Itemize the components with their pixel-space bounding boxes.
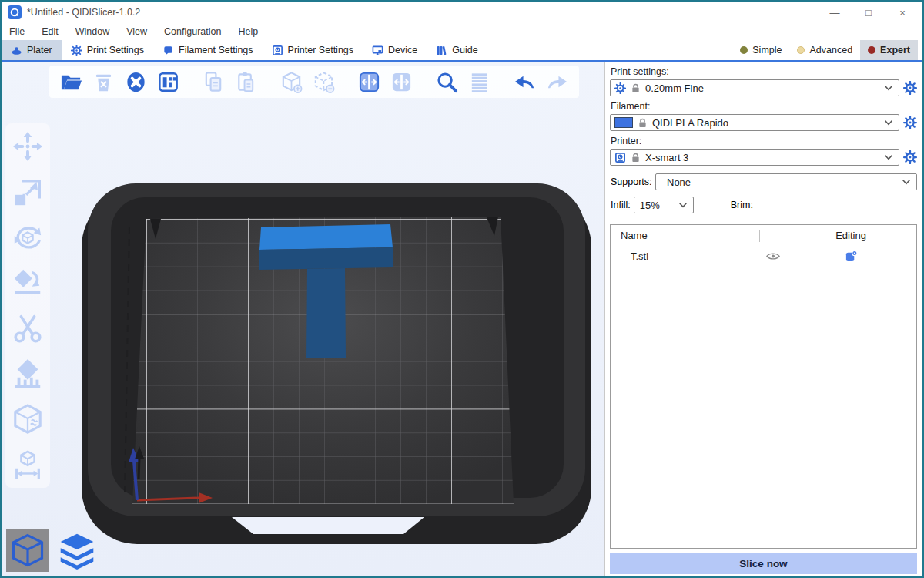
- lock-icon: [631, 83, 640, 93]
- printer-label: Printer:: [611, 136, 917, 146]
- tab-bar: Plater Print Settings Filament Settings …: [2, 40, 922, 60]
- printer-gear-button[interactable]: [903, 150, 917, 164]
- maximize-button[interactable]: □: [852, 2, 886, 22]
- eye-icon: [766, 252, 780, 260]
- split-to-parts-button[interactable]: [389, 69, 414, 95]
- title-bar: *Untitled - QIDISlicer-1.0.2 — □ ×: [2, 2, 922, 23]
- visibility-toggle[interactable]: [761, 252, 785, 260]
- variable-layer-height-button[interactable]: [467, 69, 492, 95]
- column-separator: [759, 230, 760, 242]
- copy-button[interactable]: [201, 69, 226, 95]
- add-instance-button[interactable]: [279, 69, 304, 95]
- mode-advanced[interactable]: Advanced: [789, 40, 860, 60]
- tab-label: Device: [388, 45, 417, 55]
- printer-select[interactable]: X-smart 3: [610, 149, 899, 166]
- tab-guide[interactable]: Guide: [427, 40, 487, 60]
- menu-window[interactable]: Window: [75, 26, 109, 37]
- print-settings-value: 0.20mm Fine: [645, 82, 704, 94]
- tab-label: Printer Settings: [288, 45, 353, 55]
- simple-mode-dot-icon: [740, 46, 748, 54]
- filament-settings-icon: [162, 45, 174, 56]
- plater-icon: [11, 45, 22, 56]
- layers-icon: [58, 531, 96, 570]
- app-window: *Untitled - QIDISlicer-1.0.2 — □ × File …: [0, 0, 924, 578]
- mode-label: Simple: [752, 45, 782, 55]
- lock-icon: [631, 153, 640, 163]
- mode-label: Advanced: [809, 45, 852, 55]
- rotate-tool-button[interactable]: [11, 220, 45, 254]
- layers-view-button[interactable]: [55, 529, 99, 572]
- device-icon: [372, 45, 383, 56]
- chevron-down-icon: [902, 179, 911, 185]
- tab-plater[interactable]: Plater: [2, 40, 62, 60]
- supports-select[interactable]: None: [655, 173, 917, 190]
- supports-label: Supports:: [611, 176, 655, 187]
- menu-edit[interactable]: Edit: [42, 26, 59, 37]
- menu-help[interactable]: Help: [238, 26, 258, 37]
- object-name: T.stl: [611, 250, 761, 262]
- tab-filament-settings[interactable]: Filament Settings: [153, 40, 263, 60]
- seam-painting-tool-button[interactable]: [11, 402, 45, 436]
- paint-on-supports-tool-button[interactable]: [11, 357, 45, 391]
- slice-now-button[interactable]: Slice now: [610, 553, 917, 574]
- mode-expert[interactable]: Expert: [860, 40, 918, 60]
- brim-checkbox[interactable]: [758, 200, 768, 210]
- mode-simple[interactable]: Simple: [732, 40, 789, 60]
- minimize-button[interactable]: —: [818, 2, 852, 22]
- edit-settings-icon: [845, 250, 858, 263]
- view-mode-toolbar: [6, 529, 99, 572]
- tab-label: Filament Settings: [179, 45, 253, 55]
- menu-view[interactable]: View: [126, 26, 147, 37]
- 3d-view-button[interactable]: [6, 529, 49, 572]
- delete-button[interactable]: [91, 69, 116, 95]
- tab-printer-settings[interactable]: Printer Settings: [263, 40, 363, 60]
- mode-selector: Simple Advanced Expert: [732, 40, 922, 60]
- edit-object-button[interactable]: [785, 250, 916, 263]
- build-plate-scene[interactable]: [2, 62, 604, 576]
- tab-label: Guide: [452, 45, 477, 55]
- measure-tool-button[interactable]: [11, 448, 45, 482]
- expert-mode-dot-icon: [868, 46, 875, 54]
- open-button[interactable]: [59, 69, 84, 95]
- print-settings-select[interactable]: 0.20mm Fine: [610, 79, 899, 96]
- print-settings-gear-button[interactable]: [903, 81, 917, 95]
- infill-select[interactable]: 15%: [634, 197, 694, 213]
- object-list: Name Editing T.stl: [610, 224, 917, 549]
- filament-select[interactable]: QIDI PLA Rapido: [610, 114, 899, 131]
- column-editing: Editing: [785, 230, 916, 241]
- menu-file[interactable]: File: [9, 26, 25, 37]
- redo-button[interactable]: [544, 69, 570, 95]
- close-button[interactable]: ×: [886, 2, 919, 22]
- object-row-tstl[interactable]: T.stl: [611, 246, 916, 267]
- move-tool-button[interactable]: [11, 129, 45, 163]
- guide-icon: [436, 45, 447, 56]
- tab-print-settings[interactable]: Print Settings: [62, 40, 153, 60]
- supports-value: None: [667, 176, 691, 188]
- arrange-button[interactable]: [156, 69, 181, 95]
- chevron-down-icon: [884, 154, 893, 160]
- mode-label: Expert: [880, 45, 910, 55]
- 3d-viewport[interactable]: [2, 62, 604, 576]
- paste-button[interactable]: [233, 69, 259, 95]
- lock-icon: [638, 118, 647, 128]
- search-button[interactable]: [434, 69, 460, 95]
- menu-configuration[interactable]: Configuration: [164, 26, 221, 37]
- filament-gear-button[interactable]: [903, 116, 917, 129]
- tab-label: Print Settings: [87, 45, 144, 55]
- tab-label: Plater: [27, 45, 52, 55]
- viewport-toolbar: [49, 66, 579, 98]
- chevron-down-icon: [884, 85, 893, 91]
- delete-all-button[interactable]: [123, 69, 149, 95]
- filament-label: Filament:: [611, 101, 917, 112]
- undo-button[interactable]: [512, 69, 537, 95]
- infill-value: 15%: [640, 200, 660, 211]
- printer-icon: [614, 152, 626, 163]
- cut-tool-button[interactable]: [11, 311, 45, 345]
- object-manipulation-toolbar: [5, 123, 50, 488]
- split-to-objects-button[interactable]: [357, 69, 382, 95]
- gear-icon: [614, 82, 626, 94]
- remove-instance-button[interactable]: [311, 69, 336, 95]
- tab-device[interactable]: Device: [363, 40, 427, 60]
- scale-tool-button[interactable]: [11, 175, 45, 209]
- place-on-face-tool-button[interactable]: [11, 266, 45, 300]
